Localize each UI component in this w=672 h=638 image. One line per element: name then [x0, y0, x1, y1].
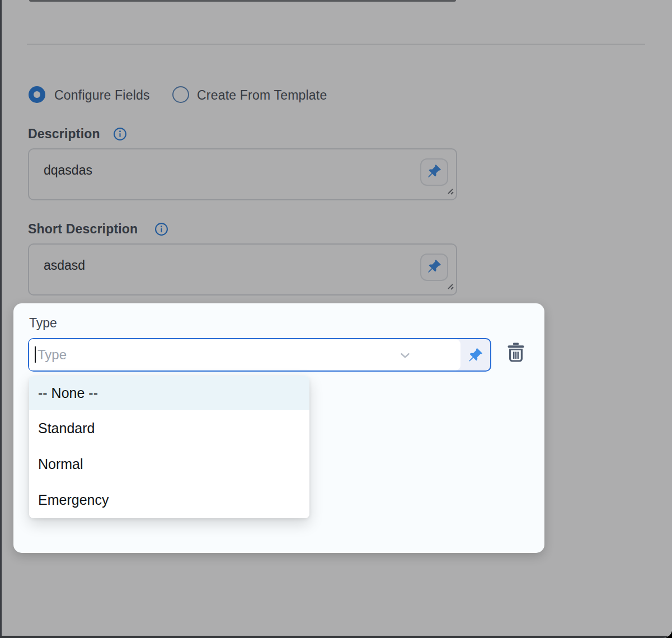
option-standard[interactable]: Standard [29, 410, 309, 446]
type-label: Type [29, 316, 57, 331]
option-none[interactable]: -- None -- [29, 376, 309, 410]
type-input-field[interactable]: Type [29, 339, 460, 370]
type-input-placeholder: Type [37, 339, 67, 370]
type-options-listbox: -- None -- Standard Normal Emergency [29, 376, 309, 518]
pushpin-icon[interactable] [468, 348, 483, 365]
app-window: Configure Fields Create From Template De… [0, 0, 672, 638]
type-combobox[interactable]: Type [28, 338, 491, 372]
trash-icon [507, 343, 524, 364]
delete-field-button[interactable] [506, 343, 526, 364]
chevron-down-icon[interactable] [398, 348, 412, 365]
text-caret [35, 346, 36, 363]
option-normal[interactable]: Normal [29, 446, 309, 482]
option-emergency[interactable]: Emergency [29, 482, 309, 518]
type-field-spotlight-card: Type Type [13, 303, 544, 553]
